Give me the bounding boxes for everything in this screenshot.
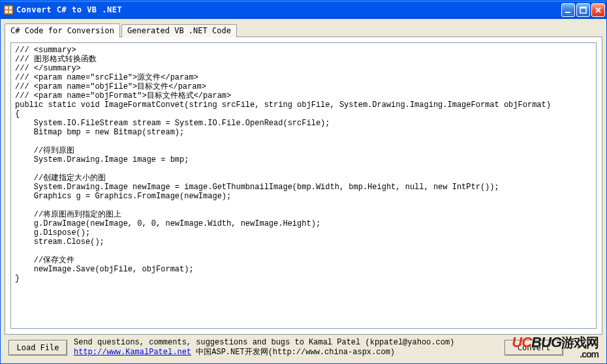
tab-content: /// <summary> /// 图形格式转换函数 /// </summary… <box>5 37 602 335</box>
client-area: C# Code for Conversion Generated VB .NET… <box>1 19 606 363</box>
svg-rect-4 <box>9 10 12 13</box>
svg-rect-3 <box>5 10 8 13</box>
footer-line2-mid: 中国ASP.NET开发网(http://www.china-aspx.com) <box>191 348 395 357</box>
svg-rect-5 <box>565 12 570 13</box>
code-editor[interactable]: /// <summary> /// 图形格式转换函数 /// </summary… <box>10 42 597 329</box>
footer: Load File Send questions, comments, sugg… <box>5 335 602 361</box>
watermark-cn: 游戏网 <box>561 335 599 350</box>
load-file-button[interactable]: Load File <box>8 340 67 356</box>
tabs: C# Code for Conversion Generated VB .NET… <box>5 23 602 37</box>
window-buttons <box>561 3 605 17</box>
footer-line1: Send questions, comments, suggestions an… <box>74 338 454 348</box>
svg-rect-7 <box>580 7 586 8</box>
minimize-button[interactable] <box>561 3 575 17</box>
window-title: Convert C# to VB .NET <box>16 5 561 14</box>
svg-rect-2 <box>9 7 12 9</box>
tab-vb[interactable]: Generated VB .NET Code <box>121 24 237 37</box>
app-icon <box>3 5 14 15</box>
convert-button[interactable]: Convert <box>505 340 563 356</box>
footer-text: Send questions, comments, suggestions an… <box>74 338 454 357</box>
tab-csharp[interactable]: C# Code for Conversion <box>5 23 120 38</box>
maximize-button[interactable] <box>576 3 590 17</box>
svg-rect-1 <box>5 7 8 9</box>
titlebar[interactable]: Convert C# to VB .NET <box>1 1 606 19</box>
app-window: Convert C# to VB .NET C# Code for Conver… <box>0 0 607 364</box>
close-button[interactable] <box>591 3 605 17</box>
footer-line2: http://www.KamalPatel.net 中国ASP.NET开发网(h… <box>74 348 454 357</box>
footer-link[interactable]: http://www.KamalPatel.net <box>74 348 191 357</box>
